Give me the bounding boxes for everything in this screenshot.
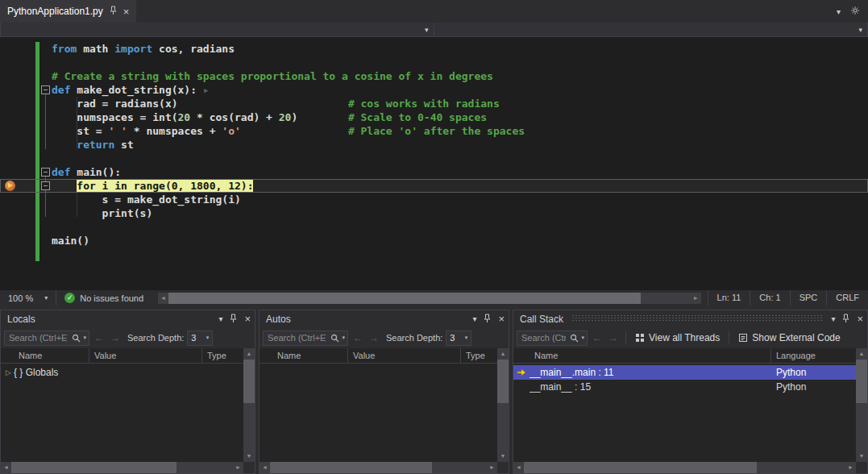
scrollbar-thumb[interactable] <box>168 293 641 304</box>
search-input[interactable] <box>266 332 328 343</box>
scroll-right-icon[interactable]: ► <box>691 293 701 304</box>
horizontal-scrollbar[interactable]: ◄ ► <box>260 462 497 473</box>
scrollbar-thumb[interactable] <box>524 462 757 473</box>
code-line[interactable]: # Create a string with spaces proportion… <box>0 69 868 83</box>
column-header-type[interactable]: Type <box>461 348 497 363</box>
view-all-threads-button[interactable]: View all Threads <box>632 332 723 343</box>
pin-icon[interactable] <box>842 314 849 325</box>
scroll-left-icon[interactable]: ◄ <box>1 462 11 473</box>
stack-frame-row[interactable]: __main__ : 15Python <box>513 380 856 394</box>
table-row[interactable]: ▷{ } Globals <box>1 365 243 380</box>
breakpoint-current-statement-icon[interactable] <box>5 181 15 191</box>
expander-icon[interactable]: ▷ <box>1 368 14 376</box>
close-icon[interactable]: × <box>244 314 251 324</box>
close-icon[interactable]: × <box>123 6 130 17</box>
code-line[interactable] <box>0 152 868 165</box>
scrollbar-thumb[interactable] <box>856 360 867 403</box>
code-line[interactable]: print(s) <box>0 206 868 220</box>
vertical-scrollbar[interactable]: ▲ ▼ <box>856 348 867 462</box>
line-indicator[interactable]: Ln: 11 <box>708 290 750 306</box>
show-external-code-button[interactable]: Show External Code <box>735 332 843 343</box>
column-indicator[interactable]: Ch: 1 <box>750 290 789 306</box>
scroll-left-icon[interactable]: ◄ <box>513 462 524 473</box>
editor-horizontal-scrollbar[interactable]: ◄ ► <box>158 293 700 304</box>
insert-mode-indicator[interactable]: SPC <box>790 290 827 306</box>
fold-collapse-box[interactable]: − <box>41 85 50 94</box>
code-line[interactable]: from math import cos, radians <box>0 42 868 56</box>
horizontal-scrollbar[interactable]: ◄ ► <box>1 462 243 473</box>
autos-title-bar[interactable]: Autos ▾ × <box>260 310 509 327</box>
code-line[interactable]: main() <box>0 234 868 247</box>
autos-search-box[interactable]: ▾ <box>263 331 348 346</box>
code-line[interactable]: rad = radians(x) # cos works with radian… <box>0 97 868 110</box>
pin-icon[interactable] <box>484 314 491 325</box>
window-options-gear-icon[interactable] <box>850 6 860 17</box>
scrollbar-thumb[interactable] <box>243 360 255 403</box>
zoom-control[interactable]: 100 % ▾ <box>0 290 56 306</box>
column-header-name[interactable]: Name <box>513 348 771 363</box>
call-stack-title-bar[interactable]: Call Stack ▾ × <box>513 310 867 327</box>
chevron-down-icon[interactable]: ▾ <box>342 335 345 341</box>
scrollbar-thumb[interactable] <box>497 360 509 403</box>
vertical-scrollbar[interactable]: ▲ ▼ <box>243 348 255 462</box>
search-depth-select[interactable]: 3 ▾ <box>187 331 213 346</box>
scroll-up-icon[interactable]: ▲ <box>857 348 867 360</box>
window-position-chevron-icon[interactable]: ▾ <box>472 314 476 323</box>
search-prev-icon[interactable]: ← <box>351 332 364 343</box>
chevron-down-icon[interactable]: ▾ <box>83 335 86 341</box>
code-line[interactable]: for i in range(0, 1800, 12): <box>0 179 868 193</box>
column-header-name[interactable]: Name <box>1 348 89 363</box>
scroll-left-icon[interactable]: ◄ <box>260 462 270 473</box>
search-next-icon[interactable]: → <box>607 332 620 343</box>
scroll-down-icon[interactable]: ▼ <box>244 451 255 462</box>
scroll-up-icon[interactable]: ▲ <box>498 348 509 360</box>
code-line[interactable] <box>0 220 868 234</box>
line-ending-indicator[interactable]: CRLF <box>826 290 868 306</box>
column-header-value[interactable]: Value <box>89 348 202 363</box>
code-line[interactable] <box>0 56 868 69</box>
search-prev-icon[interactable]: ← <box>591 332 604 343</box>
window-position-chevron-icon[interactable]: ▾ <box>218 314 222 323</box>
vertical-scrollbar[interactable]: ▲ ▼ <box>497 348 509 462</box>
code-line[interactable]: numspaces = int(20 * cos(rad) + 20) # Sc… <box>0 110 868 124</box>
search-input[interactable] <box>7 332 69 343</box>
window-position-chevron-icon[interactable]: ▾ <box>831 314 835 323</box>
pin-icon[interactable] <box>230 314 237 325</box>
search-next-icon[interactable]: → <box>109 332 122 343</box>
code-line[interactable]: def main(): <box>0 165 868 179</box>
document-health-indicator[interactable]: ✓ No issues found <box>56 293 152 303</box>
search-next-icon[interactable]: → <box>368 332 380 343</box>
scrollbar-thumb[interactable] <box>270 462 432 473</box>
locals-title-bar[interactable]: Locals ▾ × <box>1 310 255 327</box>
locals-search-box[interactable]: ▾ <box>4 331 89 346</box>
code-line[interactable]: return st <box>0 138 868 152</box>
scroll-up-icon[interactable]: ▲ <box>244 348 255 360</box>
search-depth-select[interactable]: 3 ▾ <box>446 331 471 346</box>
scroll-down-icon[interactable]: ▼ <box>857 451 867 462</box>
code-editor[interactable]: from math import cos, radians# Create a … <box>0 37 868 290</box>
members-dropdown[interactable]: ▾ <box>434 23 868 37</box>
stack-frame-row[interactable]: __main__.main : 11Python <box>513 365 856 380</box>
scroll-down-icon[interactable]: ▼ <box>498 451 509 462</box>
scrollbar-thumb[interactable] <box>11 462 177 473</box>
code-line[interactable]: s = make_dot_string(i) <box>0 193 868 206</box>
close-icon[interactable]: × <box>857 314 863 324</box>
active-files-chevron-icon[interactable]: ▾ <box>837 7 841 16</box>
scroll-right-icon[interactable]: ► <box>845 462 856 473</box>
search-prev-icon[interactable]: ← <box>93 332 106 343</box>
search-input[interactable] <box>520 332 567 343</box>
fold-collapse-box[interactable]: − <box>41 181 50 190</box>
chevron-down-icon[interactable]: ▾ <box>581 335 584 341</box>
horizontal-scrollbar[interactable]: ◄ ► <box>513 462 856 473</box>
code-line[interactable]: def make_dot_string(x): ▸ <box>0 83 868 97</box>
scroll-left-icon[interactable]: ◄ <box>158 293 168 304</box>
column-header-type[interactable]: Type <box>202 348 243 363</box>
code-line[interactable]: st = ' ' * numspaces + 'o' # Place 'o' a… <box>0 124 868 138</box>
drag-grip[interactable] <box>571 315 823 322</box>
column-header-value[interactable]: Value <box>348 348 461 363</box>
fold-collapse-box[interactable]: − <box>41 168 50 177</box>
scroll-right-icon[interactable]: ► <box>487 462 497 473</box>
close-icon[interactable]: × <box>498 314 505 324</box>
tab-pythonapplication1[interactable]: PythonApplication1.py × <box>0 0 136 23</box>
column-header-name[interactable]: Name <box>260 348 348 363</box>
